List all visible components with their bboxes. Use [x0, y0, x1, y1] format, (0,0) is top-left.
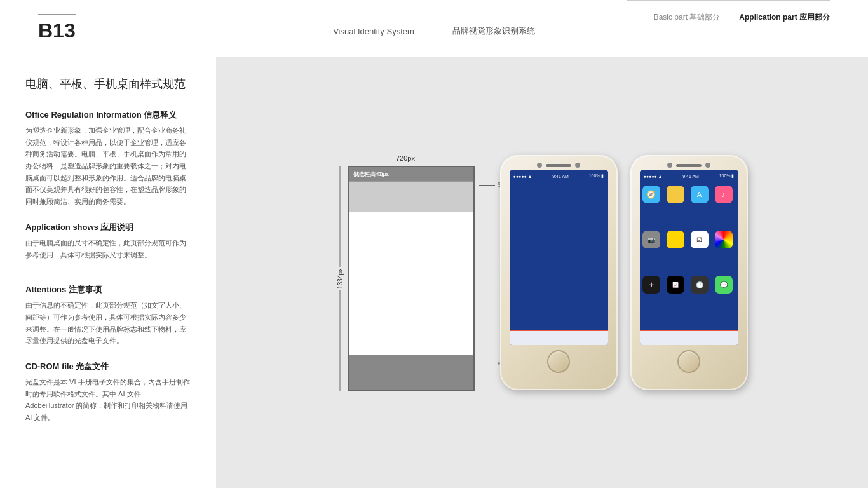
nav-application[interactable]: Application part 应用部分: [739, 12, 830, 23]
phone-mockup-1: ●●●●● ▲ 9:41 AM 100% ▮: [500, 155, 618, 390]
phone-screen-2: ●●●●● ▲ 9:41 AM 100% ▮ 🧭 A ♪ 📷: [640, 170, 738, 345]
main-content: 电脑、平板、手机桌面样式规范 Office Regulation Informa…: [0, 57, 868, 488]
camera-icon-2b: [705, 163, 710, 168]
home-button-1[interactable]: [547, 350, 570, 373]
section-attentions-title: Attentions 注意事项: [25, 284, 191, 295]
phone-top-1: [537, 163, 580, 168]
header: B13 Visual Identity System 品牌视觉形象识别系统 Ba…: [0, 0, 868, 57]
section-info-title: Office Regulation Information 信息释义: [25, 109, 191, 121]
wireframe-content: [349, 212, 473, 358]
section-application-body: 由于电脑桌面的尺寸不确定性，此页部分规范可作为参考使用，具体可根据实际尺寸来调整…: [25, 237, 191, 261]
wireframe-phone: 状态栏高40px 导航栏高88px: [348, 166, 475, 391]
header-right: Basic part 基础部分 Application part 应用部分: [627, 0, 830, 23]
section-application-title: Application shows 应用说明: [25, 222, 191, 233]
phone-status-bar-1: ●●●●● ▲ 9:41 AM 100% ▮: [510, 170, 608, 182]
signal-1: ●●●●● ▲: [513, 174, 532, 179]
camera-icon-1b: [575, 163, 580, 168]
camera-app-icon[interactable]: 📷: [642, 231, 660, 248]
section-application: Application shows 应用说明 由于电脑桌面的尺寸不确定性，此页部…: [25, 222, 191, 261]
camera-icon-2: [667, 163, 672, 168]
phone-screen-1: ●●●●● ▲ 9:41 AM 100% ▮: [510, 170, 608, 345]
speaker-2: [676, 164, 702, 167]
header-center: Visual Identity System 品牌视觉形象识别系统: [241, 20, 627, 37]
nav-basic[interactable]: Basic part 基础部分: [654, 12, 721, 23]
section-cdrom: CD-ROM file 光盘文件 光盘文件是本 VI 手册电子文件的集合，内含手…: [25, 361, 191, 424]
wireframe-tab-bar: [349, 355, 473, 390]
width-label: 720px: [392, 154, 419, 162]
phone-mockup-2: ●●●●● ▲ 9:41 AM 100% ▮ 🧭 A ♪ 📷: [630, 155, 748, 390]
app-grid: 🧭 A ♪ 📷 ☑ ✛ 📈 🕐 💬: [640, 182, 738, 322]
left-panel: 电脑、平板、手机桌面样式规范 Office Regulation Informa…: [0, 57, 216, 488]
stocks-icon[interactable]: 📈: [667, 276, 684, 294]
vis-title-cn: 品牌视觉形象识别系统: [452, 25, 535, 37]
phone-bottom-1: [547, 350, 570, 373]
clock-icon[interactable]: 🕐: [691, 276, 709, 294]
tab-bar-1: [510, 331, 608, 345]
yellow-icon[interactable]: [667, 186, 684, 203]
reminders-icon[interactable]: ☑: [691, 231, 709, 248]
divider: [25, 274, 102, 275]
section-cdrom-body: 光盘文件是本 VI 手册电子文件的集合，内含手册制作时的专用软件格式文件。其中 …: [25, 376, 191, 424]
screen-content-1: [510, 182, 608, 322]
battery-1: 100% ▮: [589, 173, 604, 179]
section-attentions: Attentions 注意事项 由于信息的不确定性，此页部分规范（如文字大小、间…: [25, 284, 191, 347]
height-label: 1334px: [337, 267, 344, 290]
section-info-body: 为塑造企业新形象，加强企业管理，配合企业商务礼仪规范，特设计各种用品，以便于企业…: [25, 125, 191, 208]
phone-top-2: [667, 163, 710, 168]
notes-icon[interactable]: [667, 231, 684, 248]
phone-bottom-2: [677, 350, 700, 373]
photos-icon[interactable]: [715, 231, 733, 248]
music-icon[interactable]: ♪: [715, 186, 733, 203]
messages-icon[interactable]: 💬: [715, 276, 733, 294]
appstore-icon[interactable]: A: [691, 186, 709, 203]
home-button-2[interactable]: [677, 350, 700, 373]
safari-icon[interactable]: 🧭: [642, 186, 660, 203]
tab-bar-label: [349, 369, 354, 376]
page-title: 电脑、平板、手机桌面样式规范: [25, 76, 191, 92]
battery-2: 100% ▮: [719, 173, 735, 179]
status-bar-ann: 状态栏高40px: [353, 170, 388, 179]
tab-bar-2: [640, 331, 738, 345]
time-2: 9:41 AM: [682, 174, 699, 179]
right-panel: 720px 1334px 状态栏高40px: [216, 57, 868, 488]
camera-icon-1: [537, 163, 542, 168]
vis-title-en: Visual Identity System: [333, 27, 414, 36]
time-1: 9:41 AM: [552, 174, 569, 179]
compass-icon[interactable]: ✛: [642, 276, 660, 294]
page-code: B13: [38, 14, 76, 43]
phone-status-bar-2: ●●●●● ▲ 9:41 AM 100% ▮: [640, 170, 738, 182]
phones-container: ●●●●● ▲ 9:41 AM 100% ▮: [500, 155, 748, 390]
header-left: B13: [38, 14, 241, 43]
section-attentions-body: 由于信息的不确定性，此页部分规范（如文字大小、间距等）可作为参考使用，具体可根据…: [25, 299, 191, 347]
section-cdrom-title: CD-ROM file 光盘文件: [25, 361, 191, 372]
wireframe-nav-bar: [349, 181, 473, 212]
speaker-1: [546, 164, 571, 167]
wireframe-diagram: 720px 1334px 状态栏高40px: [337, 154, 475, 391]
signal-2: ●●●●● ▲: [644, 174, 663, 179]
section-info: Office Regulation Information 信息释义 为塑造企业…: [25, 109, 191, 208]
